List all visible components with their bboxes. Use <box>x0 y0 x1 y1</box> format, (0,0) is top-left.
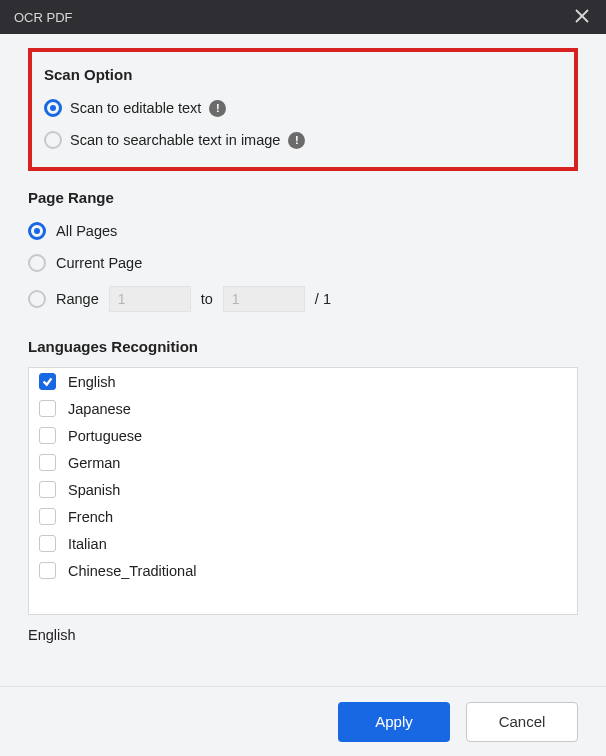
scan-option-highlight: Scan Option Scan to editable text ! Scan… <box>28 48 578 171</box>
radio-icon <box>28 290 46 308</box>
selected-languages-summary: English <box>28 627 578 643</box>
language-label: Portuguese <box>68 428 142 444</box>
radio-current-page[interactable]: Current Page <box>28 254 578 272</box>
list-item[interactable]: Chinese_Traditional <box>29 557 577 584</box>
radio-label: Range <box>56 291 99 307</box>
range-from-input[interactable] <box>109 286 191 312</box>
range-total: / 1 <box>315 291 331 307</box>
language-label: Spanish <box>68 482 120 498</box>
radio-icon <box>44 131 62 149</box>
apply-button[interactable]: Apply <box>338 702 450 742</box>
language-label: Italian <box>68 536 107 552</box>
list-item[interactable]: English <box>29 368 577 395</box>
checkbox-icon <box>39 427 56 444</box>
info-icon[interactable]: ! <box>288 132 305 149</box>
checkbox-icon <box>39 562 56 579</box>
close-icon[interactable] <box>572 7 592 28</box>
titlebar: OCR PDF <box>0 0 606 34</box>
radio-icon <box>28 254 46 272</box>
language-label: French <box>68 509 113 525</box>
info-icon[interactable]: ! <box>209 100 226 117</box>
radio-label: Scan to searchable text in image <box>70 132 280 148</box>
radio-label: All Pages <box>56 223 117 239</box>
radio-scan-searchable[interactable]: Scan to searchable text in image ! <box>44 131 562 149</box>
language-label: German <box>68 455 120 471</box>
scan-option-title: Scan Option <box>44 66 562 83</box>
list-item[interactable]: German <box>29 449 577 476</box>
radio-scan-editable[interactable]: Scan to editable text ! <box>44 99 562 117</box>
radio-label: Current Page <box>56 255 142 271</box>
language-label: Chinese_Traditional <box>68 563 196 579</box>
radio-range[interactable]: Range to / 1 <box>28 286 578 312</box>
list-item[interactable]: Italian <box>29 530 577 557</box>
list-item[interactable]: Spanish <box>29 476 577 503</box>
languages-title: Languages Recognition <box>28 338 578 355</box>
dialog-footer: Apply Cancel <box>0 686 606 756</box>
list-item[interactable]: Japanese <box>29 395 577 422</box>
page-range-title: Page Range <box>28 189 578 206</box>
radio-icon <box>28 222 46 240</box>
radio-all-pages[interactable]: All Pages <box>28 222 578 240</box>
language-label: English <box>68 374 116 390</box>
range-to-input[interactable] <box>223 286 305 312</box>
list-item[interactable]: French <box>29 503 577 530</box>
page-range-section: Page Range All Pages Current Page Range … <box>28 189 578 312</box>
languages-list[interactable]: English Japanese Portuguese German Spani… <box>28 367 578 615</box>
checkbox-icon <box>39 400 56 417</box>
range-to-label: to <box>201 291 213 307</box>
cancel-button[interactable]: Cancel <box>466 702 578 742</box>
checkbox-icon <box>39 535 56 552</box>
checkbox-icon <box>39 508 56 525</box>
dialog-title: OCR PDF <box>14 10 73 25</box>
checkbox-icon <box>39 373 56 390</box>
language-label: Japanese <box>68 401 131 417</box>
radio-icon <box>44 99 62 117</box>
checkbox-icon <box>39 481 56 498</box>
checkbox-icon <box>39 454 56 471</box>
radio-label: Scan to editable text <box>70 100 201 116</box>
list-item[interactable]: Portuguese <box>29 422 577 449</box>
languages-section: Languages Recognition English Japanese P… <box>28 338 578 643</box>
